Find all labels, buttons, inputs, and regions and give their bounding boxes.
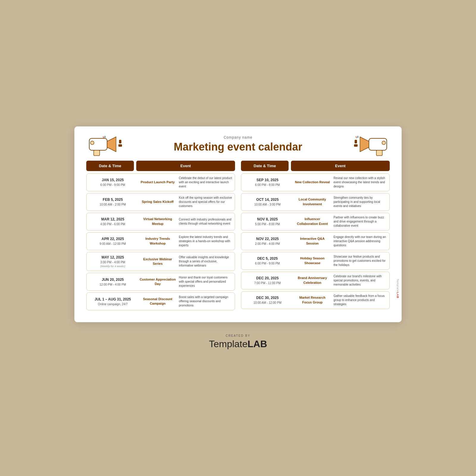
event-date: APR 22, 2025 9:00 AM - 12:00 PM [89,236,137,246]
event-name: New Collection Reveal [293,180,332,184]
calendar-grid: Date & Time Event JAN 15, 2025 6:00 PM -… [86,161,390,311]
event-description: Gather valuable feedback from a focus gr… [333,294,387,306]
left-date-header: Date & Time [86,161,134,171]
right-event-row: NOV 22, 2025 2:00 PM - 4:00 PM Interacti… [241,232,390,250]
right-half: Date & Time Event SEP 10, 2025 6:00 PM -… [241,161,390,311]
svg-text:📢: 📢 [103,135,106,138]
event-name: Virtual Networking Meetup [138,217,177,226]
svg-rect-1 [94,150,100,156]
svg-rect-11 [354,144,358,147]
event-description: Strengthen community ties by participati… [333,196,387,208]
left-half: Date & Time Event JAN 15, 2025 6:00 PM -… [86,161,235,311]
event-date: JUN 20, 2025 12:00 PM - 4:00 PM [89,277,137,287]
svg-text:📢: 📢 [356,135,358,138]
event-description: Explore the latest industry trends and s… [179,235,232,248]
event-name: Customer Appreciation Day [138,277,177,286]
left-event-row: JUL 1 – AUG 31, 2025 Online campaign, 24… [86,292,235,310]
left-event-row: APR 22, 2025 9:00 AM - 12:00 PM Industry… [86,232,235,250]
event-description: Partner with influencers to create buzz … [333,215,387,228]
right-event-row: DEC 5, 2025 6:00 PM - 9:00 PM Holiday Se… [241,252,390,270]
event-name: Exclusive Webinar Series [138,257,177,266]
event-date: MAR 12, 2025 4:00 PM - 6:00 PM [89,217,137,226]
svg-point-8 [382,141,386,145]
event-date: DEC 20, 2025 7:00 PM - 11:00 PM [244,275,291,285]
event-date: OCT 14, 2025 10:00 AM - 3:00 PM [244,197,291,207]
header-icon-left: 📢 [86,132,122,156]
left-events-list: JAN 15, 2025 6:00 PM - 9:00 PM Product L… [86,173,235,311]
event-date: DEC 30, 2025 10:00 AM - 12:00 PM [244,295,291,305]
event-name: Holiday Season Showcase [293,256,332,265]
event-name: Product Launch Party [138,180,177,184]
right-events-list: SEP 10, 2025 6:00 PM - 8:00 PM New Colle… [241,173,390,309]
event-name: Seasonal Discount Campaign [138,297,177,306]
svg-rect-5 [118,144,122,147]
event-name: Interactive Q&A Session [293,237,332,246]
right-event-row: DEC 30, 2025 10:00 AM - 12:00 PM Market … [241,291,390,309]
right-event-header: Event [291,161,390,171]
left-event-row: FEB 5, 2025 10:00 AM - 2:00 PM Spring Sa… [86,193,235,211]
event-date: DEC 5, 2025 6:00 PM - 9:00 PM [244,256,291,266]
event-date: JAN 15, 2025 6:00 PM - 9:00 PM [89,177,137,187]
event-name: Local Community Involvement [293,197,332,206]
header-icon-right: 📢 [354,132,390,156]
event-description: Engage directly with our team during an … [333,235,387,248]
event-name: Influencer Collaboration Event [293,217,332,226]
event-date: JUL 1 – AUG 31, 2025 Online campaign, 24… [89,297,137,306]
event-date: FEB 5, 2025 10:00 AM - 2:00 PM [89,197,137,207]
header-title: Company name Marketing event calendar [174,135,302,153]
left-event-row: MAY 12, 2025 3:00 PM - 4:00 PM (Weekly f… [86,252,235,271]
watermark: TemplateLAB [396,279,399,298]
svg-rect-7 [376,150,382,156]
brand-template: Template [209,339,248,349]
right-event-row: SEP 10, 2025 6:00 PM - 8:00 PM New Colle… [241,173,390,191]
event-date: SEP 10, 2025 6:00 PM - 8:00 PM [244,177,291,187]
left-col-headers: Date & Time Event [86,161,235,171]
svg-rect-10 [355,140,357,143]
left-event-header: Event [136,161,235,171]
event-date: NOV 8, 2025 5:00 PM - 8:00 PM [244,217,291,226]
event-name: Spring Sales Kickoff [138,200,177,204]
footer-branding: CREATED BY TemplateLAB [209,334,267,350]
event-description: Reveal our new collection with a stylish… [333,176,387,189]
right-date-header: Date & Time [241,161,289,171]
event-description: Offer valuable insights and knowledge th… [179,255,232,268]
event-date: NOV 22, 2025 2:00 PM - 4:00 PM [244,236,291,246]
header: 📢 Company name Marketing event calendar … [86,135,390,153]
right-event-row: NOV 8, 2025 5:00 PM - 8:00 PM Influencer… [241,213,390,231]
event-description: Honor and thank our loyal customers with… [179,275,232,288]
brand-lab: LAB [248,339,267,349]
event-description: Celebrate the debut of our latest produc… [179,176,232,189]
event-name: Brand Anniversary Celebration [293,276,332,285]
created-by-label: CREATED BY [209,334,267,337]
event-name: Industry Trends Workshop [138,237,177,246]
svg-rect-4 [119,140,121,143]
left-event-row: JAN 15, 2025 6:00 PM - 9:00 PM Product L… [86,173,235,191]
brand-name: TemplateLAB [209,339,267,350]
svg-point-2 [90,141,94,145]
event-date: MAY 12, 2025 3:00 PM - 4:00 PM (Weekly f… [89,255,137,269]
left-event-row: MAR 12, 2025 4:00 PM - 6:00 PM Virtual N… [86,213,235,231]
right-event-row: OCT 14, 2025 10:00 AM - 3:00 PM Local Co… [241,193,390,211]
right-event-row: DEC 20, 2025 7:00 PM - 11:00 PM Brand An… [241,272,390,289]
company-name: Company name [174,135,302,140]
calendar-page: 📢 Company name Marketing event calendar … [74,126,402,322]
event-description: Showcase our festive products and promot… [333,255,387,267]
event-description: Kick off the spring season with exclusiv… [179,196,232,208]
event-description: Connect with industry professionals and … [179,217,232,226]
event-description: Boost sales with a targeted campaign off… [179,295,232,308]
right-col-headers: Date & Time Event [241,161,390,171]
left-event-row: JUN 20, 2025 12:00 PM - 4:00 PM Customer… [86,273,235,291]
main-title: Marketing event calendar [174,141,302,153]
event-description: Celebrate our brand's milestone with spe… [333,274,387,287]
event-name: Market Research Focus Group [293,295,332,305]
